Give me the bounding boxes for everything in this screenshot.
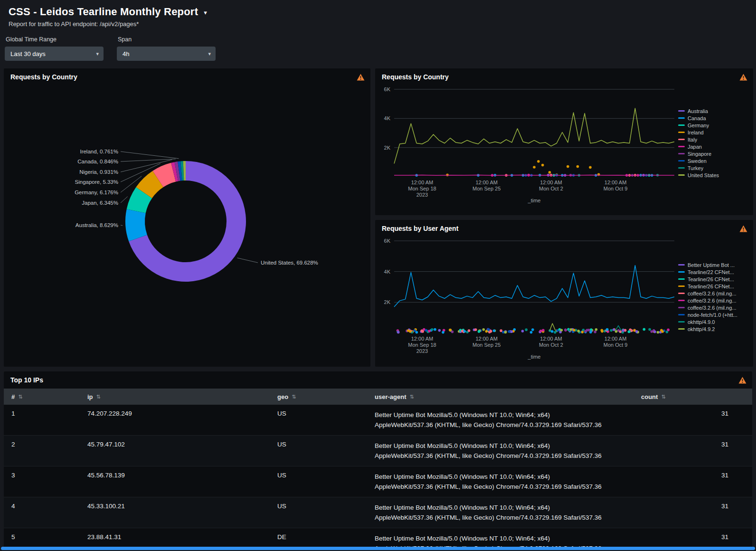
span-label: Span — [118, 36, 216, 43]
cell-rank: 2 — [4, 436, 80, 466]
svg-text:12:00 AM: 12:00 AM — [411, 336, 433, 342]
legend-label: coffee/3.2.6 (mil.ng... — [688, 305, 737, 311]
panel-requests-by-country-pie: Requests by Country Ireland, 0.761%Canad… — [4, 68, 370, 367]
dashboard-title-menu[interactable]: CSS - Leidos Tearline Monthly Report ▾ — [9, 6, 207, 18]
warning-icon[interactable] — [357, 74, 365, 81]
legend-swatch — [678, 278, 685, 280]
legend-item[interactable]: Ireland — [678, 129, 750, 135]
cell-geo: US — [270, 497, 367, 528]
legend-swatch — [678, 167, 685, 169]
legend-item[interactable]: United States — [678, 172, 750, 178]
legend-item[interactable]: Turkey — [678, 165, 750, 171]
time-range-value: Last 30 days — [10, 50, 46, 57]
warning-icon[interactable] — [739, 225, 747, 232]
legend-item[interactable]: okhttp/4.9.0 — [678, 319, 750, 325]
span-filter: Span 4h ▾ — [117, 36, 216, 61]
legend-item[interactable]: node-fetch/1.0 (+htt... — [678, 312, 750, 318]
svg-text:2023: 2023 — [416, 192, 428, 198]
right-column: Requests by Country 2K4K6K12:00 AMMon Se… — [375, 68, 753, 367]
user-agent-line-1: Better Uptime Bot Mozilla/5.0 (Windows N… — [375, 410, 633, 420]
donut-label: United States, 69.628% — [261, 260, 318, 266]
cell-count: 31 — [633, 466, 752, 497]
legend-label: node-fetch/1.0 (+htt... — [688, 312, 737, 318]
table-header-row: # ⇅ ip ⇅ geo ⇅ user-agent ⇅ count ⇅ — [4, 389, 752, 405]
legend-swatch — [678, 124, 685, 126]
table-row[interactable]: 523.88.41.31DEBetter Uptime Bot Mozilla/… — [4, 528, 752, 548]
chevron-down-icon: ▾ — [204, 9, 207, 16]
cell-rank: 5 — [4, 528, 80, 548]
cell-ip: 45.79.47.102 — [80, 436, 270, 466]
legend-item[interactable]: Australia — [678, 108, 750, 114]
time-range-label: Global Time Range — [6, 36, 104, 43]
legend-label: Turkey — [688, 165, 703, 171]
svg-text:Mon Oct 9: Mon Oct 9 — [604, 186, 628, 191]
legend-item[interactable]: Tearline/26 CFNet... — [678, 283, 750, 289]
legend-item[interactable]: Singapore — [678, 151, 750, 157]
svg-text:Mon Sep 18: Mon Sep 18 — [408, 186, 436, 191]
legend-label: coffee/3.2.6 (mil.ng... — [688, 291, 737, 296]
span-select[interactable]: 4h ▾ — [117, 47, 216, 61]
sort-icon: ⇅ — [661, 394, 665, 400]
user-agent-chart-legend: Better Uptime Bot ...Tearline/22 CFNet..… — [678, 233, 752, 361]
chevron-down-icon: ▾ — [96, 51, 99, 57]
dashboard-header: CSS - Leidos Tearline Monthly Report ▾ R… — [0, 0, 756, 28]
span-value: 4h — [123, 50, 129, 57]
column-label: count — [641, 393, 658, 400]
panel-title: Requests by Country — [382, 73, 449, 81]
warning-icon[interactable] — [738, 377, 747, 384]
table-row[interactable]: 445.33.100.21USBetter Uptime Bot Mozilla… — [4, 497, 752, 528]
legend-item[interactable]: Italy — [678, 136, 750, 142]
sort-icon: ⇅ — [409, 394, 414, 400]
legend-label: Japan — [688, 144, 702, 150]
cell-count: 31 — [633, 497, 752, 528]
legend-item[interactable]: Germany — [678, 122, 750, 128]
panel-requests-by-user-agent: Requests by User Agent 2K4K6K12:00 AMMon… — [375, 220, 753, 367]
legend-item[interactable]: Tearline/26 CFNet... — [678, 276, 750, 282]
legend-item[interactable]: okhttp/4.9.2 — [678, 326, 750, 332]
legend-item[interactable]: Tearline/22 CFNet... — [678, 269, 750, 275]
legend-label: Tearline/22 CFNet... — [688, 269, 734, 275]
panel-requests-by-country-line: Requests by Country 2K4K6K12:00 AMMon Se… — [375, 68, 753, 215]
legend-swatch — [678, 139, 685, 140]
legend-swatch — [678, 285, 685, 287]
svg-text:12:00 AM: 12:00 AM — [540, 336, 562, 342]
legend-swatch — [678, 160, 685, 162]
column-header-num[interactable]: # ⇅ — [4, 393, 80, 400]
svg-text:12:00 AM: 12:00 AM — [411, 180, 433, 185]
table-row[interactable]: 174.207.228.249USBetter Uptime Bot Mozil… — [4, 405, 752, 436]
legend-item[interactable]: coffee/3.2.6 (mil.ng... — [678, 304, 750, 311]
table-row[interactable]: 245.79.47.102USBetter Uptime Bot Mozilla… — [4, 436, 752, 466]
cell-ip: 23.88.41.31 — [80, 528, 270, 548]
legend-item[interactable]: Sweden — [678, 158, 750, 164]
user-agent-line-2: AppleWebKit/537.36 (KHTML, like Gecko) C… — [375, 420, 633, 430]
legend-swatch — [678, 264, 685, 266]
legend-item[interactable]: coffee/3.2.6 (mil.ng... — [678, 290, 750, 296]
legend-item[interactable]: Canada — [678, 115, 750, 121]
legend-item[interactable]: coffee/3.2.6 (mil.ng... — [678, 297, 750, 304]
column-header-ip[interactable]: ip ⇅ — [80, 393, 270, 400]
column-label: ip — [87, 393, 93, 400]
table-row[interactable]: 345.56.78.139USBetter Uptime Bot Mozilla… — [4, 466, 752, 497]
time-range-select[interactable]: Last 30 days ▾ — [5, 47, 104, 61]
legend-label: Sweden — [688, 158, 707, 164]
cell-geo: DE — [270, 528, 367, 548]
column-header-user-agent[interactable]: user-agent ⇅ — [367, 393, 633, 400]
legend-item[interactable]: Better Uptime Bot ... — [678, 262, 750, 268]
cell-user-agent: Better Uptime Bot Mozilla/5.0 (Windows N… — [367, 405, 633, 435]
legend-label: okhttp/4.9.2 — [688, 326, 715, 332]
user-agent-line-chart: 2K4K6K12:00 AMMon Sep 18202312:00 AMMon … — [376, 233, 678, 361]
column-label: user-agent — [375, 393, 406, 400]
legend-item[interactable]: Japan — [678, 143, 750, 150]
svg-text:Mon Sep 25: Mon Sep 25 — [472, 186, 501, 191]
legend-swatch — [678, 153, 685, 154]
donut-label: Nigeria, 0.931% — [79, 169, 118, 175]
column-header-count[interactable]: count ⇅ — [633, 393, 752, 400]
country-line-chart: 2K4K6K12:00 AMMon Sep 18202312:00 AMMon … — [376, 82, 678, 204]
horizontal-scrollbar[interactable] — [1, 547, 755, 550]
cell-user-agent: Better Uptime Bot Mozilla/5.0 (Windows N… — [367, 466, 633, 497]
warning-icon[interactable] — [739, 74, 747, 81]
svg-text:12:00 AM: 12:00 AM — [605, 336, 626, 342]
column-header-geo[interactable]: geo ⇅ — [270, 393, 367, 400]
svg-text:6K: 6K — [384, 238, 391, 244]
chevron-down-icon: ▾ — [208, 51, 211, 57]
